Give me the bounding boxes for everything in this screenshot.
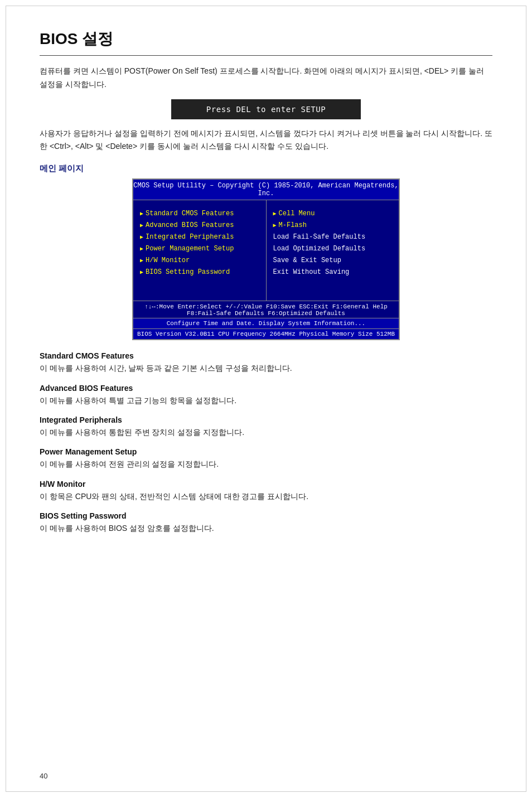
desc-text-hw-monitor: 이 항목은 CPU와 팬의 상태, 전반적인 시스템 상태에 대한 경고를 표시… xyxy=(40,490,492,502)
desc-text-bios-password: 이 메뉴를 사용하여 BIOS 설정 암호를 설정합니다. xyxy=(40,522,492,534)
bios-footer-line1: ↑↓↔:Move Enter:Select +/-/:Value F10:Sav… xyxy=(137,303,395,310)
bios-right-item: ▶ Cell Menu xyxy=(273,210,393,217)
desc-title-integrated-peripherals: Integrated Peripherals xyxy=(40,415,492,424)
bios-arrow-icon: ▶ xyxy=(140,210,143,217)
bios-right-item: Load Fail-Safe Defaults xyxy=(273,233,393,241)
bios-right-item: Load Optimized Defaults xyxy=(273,245,393,253)
bios-arrow-icon: ▶ xyxy=(273,222,277,229)
bios-right-item: ▶ M-Flash xyxy=(273,221,393,229)
bios-arrow-icon: ▶ xyxy=(140,257,143,264)
bios-footer-line2: F8:Fail-Safe Defaults F6:Optimized Defau… xyxy=(137,310,395,317)
bios-left-item: ▶ H/W Monitor xyxy=(140,257,259,264)
bios-item-label: Power Management Setup xyxy=(146,245,234,253)
desc-section-advanced-bios: Advanced BIOS Features이 메뉴를 사용하여 특별 고급 기… xyxy=(40,384,492,407)
bios-header: CMOS Setup Utility – Copyright (C) 1985-… xyxy=(133,180,399,200)
bios-right-item: Exit Without Saving xyxy=(273,268,393,276)
bios-left-item: ▶ BIOS Setting Password xyxy=(140,268,259,276)
bios-item-label: Cell Menu xyxy=(279,210,315,217)
bios-screen: CMOS Setup Utility – Copyright (C) 1985-… xyxy=(132,178,400,340)
bios-left-item: ▶ Integrated Peripherals xyxy=(140,233,259,241)
desc-text-advanced-bios: 이 메뉴를 사용하여 특별 고급 기능의 항목을 설정합니다. xyxy=(40,394,492,407)
bios-left-item: ▶ Power Management Setup xyxy=(140,245,259,253)
desc-text-standard-cmos: 이 메뉴를 사용하여 시간, 날짜 등과 같은 기본 시스템 구성을 처리합니다… xyxy=(40,362,492,374)
bios-left-col: ▶ Standard CMOS Features▶ Advanced BIOS … xyxy=(133,200,267,301)
bios-arrow-icon: ▶ xyxy=(140,269,143,275)
bios-arrow-icon: ▶ xyxy=(140,222,143,229)
desc-title-power-management: Power Management Setup xyxy=(40,447,492,456)
desc-section-standard-cmos: Standard CMOS Features이 메뉴를 사용하여 시간, 날짜 … xyxy=(40,351,492,374)
desc-section-hw-monitor: H/W Monitor이 항목은 CPU와 팬의 상태, 전반적인 시스템 상태… xyxy=(40,480,492,502)
bios-version-bar: BIOS Version V32.0B11 CPU Frequency 2664… xyxy=(133,328,399,339)
desc-title-bios-password: BIOS Setting Password xyxy=(40,511,492,520)
desc-section-power-management: Power Management Setup이 메뉴를 사용하여 전원 관리의 … xyxy=(40,447,492,470)
title-divider xyxy=(40,55,492,56)
desc-text-power-management: 이 메뉴를 사용하여 전원 관리의 설정을 지정합니다. xyxy=(40,458,492,470)
bios-item-label: Save & Exit Setup xyxy=(273,257,341,264)
bios-arrow-icon: ▶ xyxy=(273,210,277,217)
bios-arrow-icon: ▶ xyxy=(140,245,143,252)
bios-left-item: ▶ Advanced BIOS Features xyxy=(140,221,259,229)
page-number: 40 xyxy=(40,772,47,780)
bios-arrow-icon: ▶ xyxy=(140,234,143,240)
descriptions-container: Standard CMOS Features이 메뉴를 사용하여 시간, 날짜 … xyxy=(40,351,492,534)
bios-bottom-bar: Configure Time and Date. Display System … xyxy=(133,318,399,328)
page-title: BIOS 설정 xyxy=(40,28,492,50)
intro-text-1: 컴퓨터를 켜면 시스템이 POST(Power On Self Test) 프로… xyxy=(40,65,492,91)
bios-item-label: Advanced BIOS Features xyxy=(146,221,234,229)
bios-item-label: Integrated Peripherals xyxy=(146,233,234,241)
bios-footer: ↑↓↔:Move Enter:Select +/-/:Value F10:Sav… xyxy=(133,301,399,318)
desc-text-integrated-peripherals: 이 메뉴를 사용하여 통합된 주변 장치의 설정을 지정합니다. xyxy=(40,426,492,438)
bios-right-item: Save & Exit Setup xyxy=(273,257,393,264)
bios-body: ▶ Standard CMOS Features▶ Advanced BIOS … xyxy=(133,200,399,301)
main-page-section-title: 메인 페이지 xyxy=(40,163,492,174)
desc-title-standard-cmos: Standard CMOS Features xyxy=(40,351,492,360)
bios-item-label: Load Optimized Defaults xyxy=(273,245,366,253)
bios-item-label: Exit Without Saving xyxy=(273,268,350,276)
desc-title-hw-monitor: H/W Monitor xyxy=(40,480,492,489)
desc-section-integrated-peripherals: Integrated Peripherals이 메뉴를 사용하여 통합된 주변 … xyxy=(40,415,492,438)
intro-text-2: 사용자가 응답하거나 설정을 입력하기 전에 메시지가 표시되면, 시스템을 껐… xyxy=(40,127,492,154)
bios-item-label: M-Flash xyxy=(279,221,307,229)
bios-right-col: ▶ Cell Menu▶ M-FlashLoad Fail-Safe Defau… xyxy=(267,200,399,301)
bios-left-item: ▶ Standard CMOS Features xyxy=(140,210,259,217)
bios-item-label: BIOS Setting Password xyxy=(146,268,230,276)
bios-item-label: Standard CMOS Features xyxy=(146,210,234,217)
bios-item-label: Load Fail-Safe Defaults xyxy=(273,233,366,241)
page-container: BIOS 설정 컴퓨터를 켜면 시스템이 POST(Power On Self … xyxy=(6,6,526,792)
desc-section-bios-password: BIOS Setting Password이 메뉴를 사용하여 BIOS 설정 … xyxy=(40,511,492,534)
bios-item-label: H/W Monitor xyxy=(146,257,190,264)
desc-title-advanced-bios: Advanced BIOS Features xyxy=(40,384,492,393)
press-del-box: Press DEL to enter SETUP xyxy=(171,99,361,119)
